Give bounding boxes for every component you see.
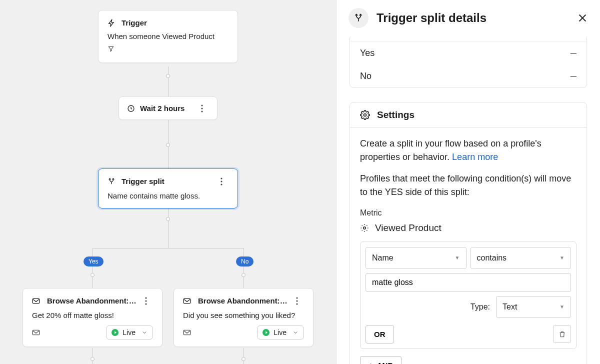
stat-value: – [570,46,576,60]
split-icon [348,8,368,28]
stat-label: No [360,71,372,82]
svg-point-9 [145,300,146,302]
connector [92,248,244,248]
connector-port [166,74,170,78]
trigger-label: Trigger [122,18,147,27]
connector-port [166,217,170,221]
email-subject: Get 20% off matte gloss! [32,311,153,320]
status-dropdown[interactable]: Live [257,326,304,340]
bolt-icon [108,19,116,27]
connector [92,348,93,364]
split-icon [108,178,116,186]
svg-point-18 [364,227,366,230]
condition-group: Name ▼ contains ▼ Type: Text ▼ [360,242,576,349]
stats-card: Waiting Yes – No – [350,37,587,88]
metric-value: Viewed Product [375,221,442,236]
clock-icon [127,104,135,112]
metric-row: Viewed Product [360,221,576,236]
caret-down-icon: ▼ [560,254,564,262]
connector-port [242,273,246,277]
settings-card: Settings Create a split in your flow bas… [350,102,587,364]
stat-row-waiting: Waiting [350,37,586,42]
email-title: Browse Abandonment: Email… [47,296,138,305]
trigger-description: When someone Viewed Product [108,32,228,40]
svg-rect-7 [32,298,39,303]
type-select[interactable]: Text ▼ [496,296,571,318]
wait-label: Wait 2 hours [140,104,184,112]
node-menu-button[interactable] [220,178,228,186]
play-icon [112,329,118,336]
settings-intro: Create a split in your flow based on a p… [360,137,576,164]
flow-canvas[interactable]: Trigger When someone Viewed Product Wait… [0,0,336,364]
split-description: Name contains matte gloss. [108,192,228,200]
delete-condition-button[interactable] [553,325,571,343]
connector-port [90,273,94,277]
connector [244,348,244,364]
type-label: Type: [470,301,490,313]
svg-point-17 [364,114,366,116]
svg-point-15 [296,303,298,304]
trigger-node[interactable]: Trigger When someone Viewed Product [98,10,238,63]
stat-row-yes: Yes – [350,42,586,64]
connector [244,248,244,288]
branch-no-pill: No [236,256,254,266]
mail-outline-icon [183,329,191,336]
svg-point-5 [220,180,222,182]
split-label: Trigger split [122,177,164,186]
status-label: Live [274,328,286,336]
svg-point-8 [145,297,146,298]
panel-title: Trigger split details [376,11,486,25]
email-node-no[interactable]: Browse Abandonment: Email… Did you see s… [174,288,314,347]
settings-condition-note: Profiles that meet the following conditi… [360,172,576,199]
chevron-down-icon [292,330,298,336]
connector-port [90,357,94,361]
close-button[interactable] [577,12,588,24]
wait-node[interactable]: Wait 2 hours [118,96,218,120]
chevron-down-icon [142,330,148,336]
settings-heading: Settings [377,110,414,120]
mail-icon [183,298,191,304]
or-button[interactable]: OR [366,325,394,344]
node-menu-button[interactable] [201,104,209,112]
svg-point-13 [296,297,298,298]
details-panel: Trigger split details Waiting Yes – No – [336,0,600,364]
svg-point-6 [220,184,222,185]
mail-icon [32,298,40,304]
panel-header: Trigger split details [336,0,600,37]
status-label: Live [122,328,136,336]
caret-down-icon: ▼ [455,254,460,262]
svg-point-2 [201,108,202,109]
metric-label: Metric [360,207,576,219]
play-icon [262,329,270,336]
svg-rect-11 [32,330,39,334]
svg-point-1 [201,104,202,106]
gear-icon [360,110,370,120]
and-button[interactable]: + AND [360,356,402,364]
svg-point-3 [201,110,202,112]
plus-icon: + [368,361,373,364]
mail-outline-icon [32,329,40,336]
operator-select[interactable]: contains ▼ [470,247,572,269]
node-menu-button[interactable] [145,297,153,305]
value-input[interactable] [366,273,571,292]
status-dropdown[interactable]: Live [106,326,153,340]
connector [168,66,168,96]
connector [92,248,93,288]
svg-point-14 [296,300,298,302]
filter-icon[interactable] [108,46,114,52]
connector [168,208,168,248]
gear-icon [360,224,369,232]
svg-rect-12 [184,298,190,303]
svg-rect-16 [184,330,190,334]
trigger-split-node[interactable]: Trigger split Name contains matte gloss. [98,168,238,208]
email-subject: Did you see something you liked? [183,311,304,320]
connector-port [242,357,246,361]
node-menu-button[interactable] [296,297,304,305]
branch-yes-pill: Yes [84,256,104,266]
svg-point-10 [145,303,146,304]
stat-value: – [570,70,576,82]
email-node-yes[interactable]: Browse Abandonment: Email… Get 20% off m… [22,288,162,347]
email-title: Browse Abandonment: Email… [198,296,289,305]
property-select[interactable]: Name ▼ [366,247,466,269]
learn-more-link[interactable]: Learn more [452,152,498,162]
